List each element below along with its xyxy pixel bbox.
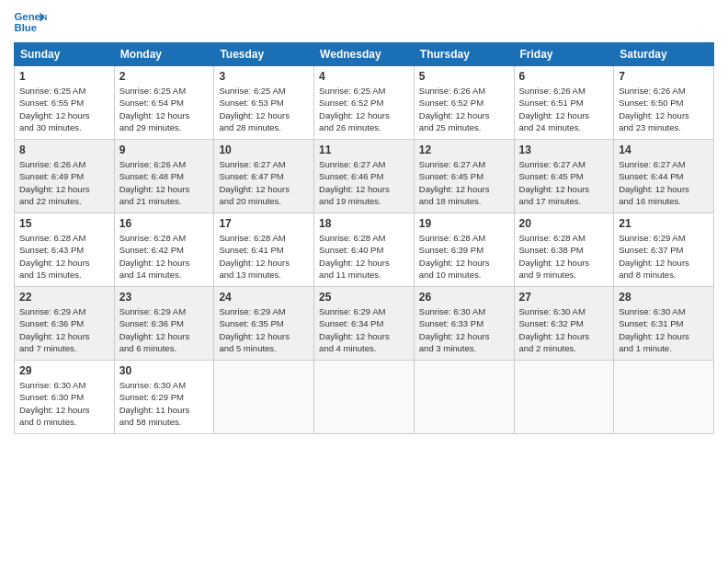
day-number: 4 bbox=[319, 70, 409, 83]
day-info: Sunrise: 6:29 AM Sunset: 6:34 PM Dayligh… bbox=[319, 305, 409, 354]
day-info: Sunrise: 6:27 AM Sunset: 6:45 PM Dayligh… bbox=[419, 158, 509, 207]
day-info: Sunrise: 6:29 AM Sunset: 6:36 PM Dayligh… bbox=[19, 305, 109, 354]
logo-icon: General Blue bbox=[14, 9, 47, 35]
table-row: 17Sunrise: 6:28 AM Sunset: 6:41 PM Dayli… bbox=[214, 213, 314, 287]
day-number: 6 bbox=[519, 70, 609, 83]
day-info: Sunrise: 6:29 AM Sunset: 6:36 PM Dayligh… bbox=[119, 305, 210, 354]
table-row: 6Sunrise: 6:26 AM Sunset: 6:51 PM Daylig… bbox=[514, 66, 614, 140]
day-info: Sunrise: 6:27 AM Sunset: 6:47 PM Dayligh… bbox=[219, 158, 309, 207]
table-row: 8Sunrise: 6:26 AM Sunset: 6:49 PM Daylig… bbox=[15, 140, 115, 213]
day-info: Sunrise: 6:28 AM Sunset: 6:42 PM Dayligh… bbox=[119, 232, 210, 281]
table-row: 3Sunrise: 6:25 AM Sunset: 6:53 PM Daylig… bbox=[214, 66, 314, 140]
weekday-header-friday: Friday bbox=[514, 43, 614, 66]
table-row bbox=[214, 361, 314, 434]
table-row: 29Sunrise: 6:30 AM Sunset: 6:30 PM Dayli… bbox=[15, 361, 115, 434]
table-row: 15Sunrise: 6:28 AM Sunset: 6:43 PM Dayli… bbox=[15, 213, 115, 287]
table-row: 20Sunrise: 6:28 AM Sunset: 6:38 PM Dayli… bbox=[514, 213, 614, 287]
table-row: 26Sunrise: 6:30 AM Sunset: 6:33 PM Dayli… bbox=[414, 287, 514, 361]
table-row: 16Sunrise: 6:28 AM Sunset: 6:42 PM Dayli… bbox=[114, 213, 214, 287]
day-number: 14 bbox=[619, 144, 709, 156]
day-number: 29 bbox=[19, 364, 109, 377]
day-number: 7 bbox=[619, 70, 709, 83]
table-row: 24Sunrise: 6:29 AM Sunset: 6:35 PM Dayli… bbox=[214, 287, 314, 361]
day-number: 20 bbox=[519, 217, 609, 230]
day-number: 3 bbox=[219, 70, 309, 83]
table-row: 5Sunrise: 6:26 AM Sunset: 6:52 PM Daylig… bbox=[414, 66, 514, 140]
table-row: 28Sunrise: 6:30 AM Sunset: 6:31 PM Dayli… bbox=[614, 287, 714, 361]
day-info: Sunrise: 6:26 AM Sunset: 6:52 PM Dayligh… bbox=[419, 85, 509, 133]
day-number: 28 bbox=[619, 291, 709, 304]
day-info: Sunrise: 6:27 AM Sunset: 6:45 PM Dayligh… bbox=[519, 158, 609, 207]
weekday-header-wednesday: Wednesday bbox=[314, 43, 415, 66]
day-info: Sunrise: 6:28 AM Sunset: 6:40 PM Dayligh… bbox=[319, 232, 409, 281]
table-row: 9Sunrise: 6:26 AM Sunset: 6:48 PM Daylig… bbox=[114, 140, 214, 213]
day-info: Sunrise: 6:25 AM Sunset: 6:54 PM Dayligh… bbox=[119, 85, 210, 133]
day-number: 10 bbox=[219, 144, 309, 156]
table-row: 7Sunrise: 6:26 AM Sunset: 6:50 PM Daylig… bbox=[614, 66, 714, 140]
weekday-header-sunday: Sunday bbox=[15, 43, 115, 66]
day-number: 18 bbox=[319, 217, 409, 230]
table-row: 4Sunrise: 6:25 AM Sunset: 6:52 PM Daylig… bbox=[314, 66, 415, 140]
table-row: 14Sunrise: 6:27 AM Sunset: 6:44 PM Dayli… bbox=[614, 140, 714, 213]
table-row: 23Sunrise: 6:29 AM Sunset: 6:36 PM Dayli… bbox=[114, 287, 214, 361]
day-info: Sunrise: 6:28 AM Sunset: 6:43 PM Dayligh… bbox=[19, 232, 109, 281]
day-info: Sunrise: 6:26 AM Sunset: 6:49 PM Dayligh… bbox=[19, 158, 109, 207]
day-number: 23 bbox=[119, 291, 210, 304]
day-info: Sunrise: 6:30 AM Sunset: 6:33 PM Dayligh… bbox=[419, 305, 509, 354]
table-row: 25Sunrise: 6:29 AM Sunset: 6:34 PM Dayli… bbox=[314, 287, 415, 361]
day-number: 12 bbox=[419, 144, 509, 156]
day-info: Sunrise: 6:26 AM Sunset: 6:48 PM Dayligh… bbox=[119, 158, 210, 207]
weekday-header-tuesday: Tuesday bbox=[214, 43, 314, 66]
table-row bbox=[314, 361, 415, 434]
table-row: 22Sunrise: 6:29 AM Sunset: 6:36 PM Dayli… bbox=[15, 287, 115, 361]
table-row: 10Sunrise: 6:27 AM Sunset: 6:47 PM Dayli… bbox=[214, 140, 314, 213]
day-number: 16 bbox=[119, 217, 210, 230]
day-number: 1 bbox=[19, 70, 109, 83]
day-info: Sunrise: 6:30 AM Sunset: 6:29 PM Dayligh… bbox=[119, 379, 210, 428]
svg-text:Blue: Blue bbox=[15, 22, 38, 33]
day-info: Sunrise: 6:25 AM Sunset: 6:52 PM Dayligh… bbox=[319, 85, 409, 133]
table-row: 27Sunrise: 6:30 AM Sunset: 6:32 PM Dayli… bbox=[514, 287, 614, 361]
day-number: 8 bbox=[19, 144, 109, 156]
day-number: 27 bbox=[519, 291, 609, 304]
day-number: 13 bbox=[519, 144, 609, 156]
day-number: 9 bbox=[119, 144, 210, 156]
table-row: 1Sunrise: 6:25 AM Sunset: 6:55 PM Daylig… bbox=[15, 66, 115, 140]
weekday-header-monday: Monday bbox=[114, 43, 214, 66]
day-number: 11 bbox=[319, 144, 409, 156]
page-header: General Blue bbox=[14, 9, 714, 35]
day-info: Sunrise: 6:26 AM Sunset: 6:51 PM Dayligh… bbox=[519, 85, 609, 133]
day-number: 21 bbox=[619, 217, 709, 230]
day-info: Sunrise: 6:27 AM Sunset: 6:46 PM Dayligh… bbox=[319, 158, 409, 207]
calendar-table: SundayMondayTuesdayWednesdayThursdayFrid… bbox=[14, 42, 714, 434]
day-number: 17 bbox=[219, 217, 309, 230]
day-info: Sunrise: 6:26 AM Sunset: 6:50 PM Dayligh… bbox=[619, 85, 709, 133]
table-row bbox=[514, 361, 614, 434]
day-number: 26 bbox=[419, 291, 509, 304]
day-number: 24 bbox=[219, 291, 309, 304]
table-row: 13Sunrise: 6:27 AM Sunset: 6:45 PM Dayli… bbox=[514, 140, 614, 213]
day-info: Sunrise: 6:28 AM Sunset: 6:41 PM Dayligh… bbox=[219, 232, 309, 281]
day-info: Sunrise: 6:25 AM Sunset: 6:53 PM Dayligh… bbox=[219, 85, 309, 133]
calendar-header: SundayMondayTuesdayWednesdayThursdayFrid… bbox=[15, 43, 714, 66]
table-row: 12Sunrise: 6:27 AM Sunset: 6:45 PM Dayli… bbox=[414, 140, 514, 213]
table-row: 11Sunrise: 6:27 AM Sunset: 6:46 PM Dayli… bbox=[314, 140, 415, 213]
day-info: Sunrise: 6:28 AM Sunset: 6:39 PM Dayligh… bbox=[419, 232, 509, 281]
day-number: 22 bbox=[19, 291, 109, 304]
table-row bbox=[614, 361, 714, 434]
day-number: 19 bbox=[419, 217, 509, 230]
weekday-header-thursday: Thursday bbox=[414, 43, 514, 66]
day-number: 15 bbox=[19, 217, 109, 230]
table-row: 18Sunrise: 6:28 AM Sunset: 6:40 PM Dayli… bbox=[314, 213, 415, 287]
table-row: 21Sunrise: 6:29 AM Sunset: 6:37 PM Dayli… bbox=[614, 213, 714, 287]
weekday-header-saturday: Saturday bbox=[614, 43, 714, 66]
day-info: Sunrise: 6:29 AM Sunset: 6:37 PM Dayligh… bbox=[619, 232, 709, 281]
day-number: 25 bbox=[319, 291, 409, 304]
table-row bbox=[414, 361, 514, 434]
day-number: 2 bbox=[119, 70, 210, 83]
day-info: Sunrise: 6:25 AM Sunset: 6:55 PM Dayligh… bbox=[19, 85, 109, 133]
day-info: Sunrise: 6:27 AM Sunset: 6:44 PM Dayligh… bbox=[619, 158, 709, 207]
day-info: Sunrise: 6:30 AM Sunset: 6:32 PM Dayligh… bbox=[519, 305, 609, 354]
table-row: 2Sunrise: 6:25 AM Sunset: 6:54 PM Daylig… bbox=[114, 66, 214, 140]
logo: General Blue bbox=[14, 9, 47, 35]
